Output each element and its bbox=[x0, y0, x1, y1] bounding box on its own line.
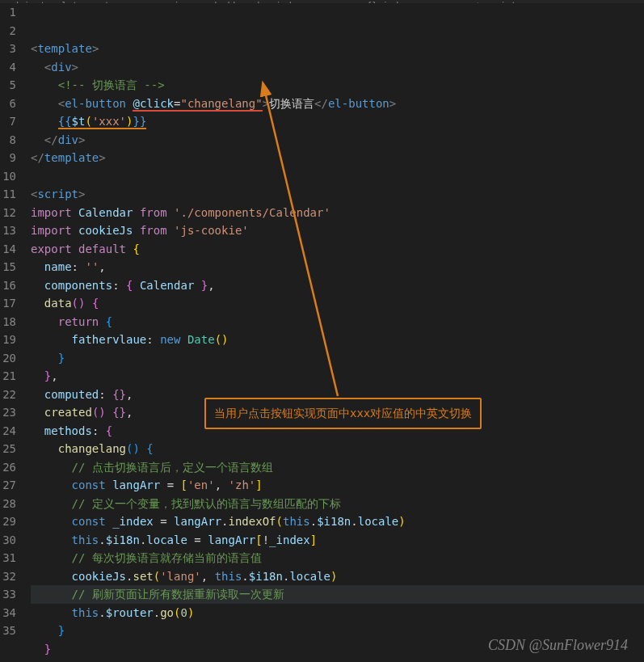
line-number: 1 bbox=[0, 3, 16, 22]
code-line[interactable]: this.$router.go(0) bbox=[31, 604, 644, 622]
code-line[interactable]: export default { bbox=[31, 240, 644, 259]
line-number: 18 bbox=[0, 313, 16, 331]
code-line[interactable]: cookieJs.set('lang', this.$i18n.locale) bbox=[31, 567, 644, 586]
code-line[interactable]: }, bbox=[31, 367, 644, 386]
code-line[interactable]: <!-- 切换语言 --> bbox=[31, 76, 644, 95]
code-line[interactable]: import cookieJs from 'js-cookie' bbox=[31, 221, 644, 240]
code-line[interactable]: // 刷新页面让所有数据重新读取一次更新 bbox=[31, 585, 644, 604]
line-number: 26 bbox=[0, 458, 16, 477]
code-line[interactable]: </template> bbox=[31, 149, 644, 167]
annotation-callout: 当用户点击按钮实现页面中xxx对应值的中英文切换 bbox=[204, 398, 482, 429]
line-number: 32 bbox=[0, 567, 16, 586]
code-line[interactable]: <script> bbox=[31, 185, 644, 204]
line-number: 10 bbox=[0, 167, 16, 186]
code-line[interactable]: const langArr = ['en', 'zh'] bbox=[31, 476, 644, 495]
watermark: CSDN @SunFlower914 bbox=[488, 637, 628, 654]
line-number: 2 bbox=[0, 22, 16, 40]
line-number: 31 bbox=[0, 549, 16, 567]
line-number: 29 bbox=[0, 512, 16, 531]
line-number: 17 bbox=[0, 294, 16, 313]
line-number: 3 bbox=[0, 40, 16, 58]
code-line[interactable]: // 每次切换语言就存储当前的语言值 bbox=[31, 549, 644, 567]
line-number: 13 bbox=[0, 221, 16, 240]
line-number: 35 bbox=[0, 622, 16, 640]
code-line[interactable]: <el-button @click="changelang">切换语言</el-… bbox=[31, 95, 644, 113]
line-number: 12 bbox=[0, 204, 16, 222]
code-editor[interactable]: 1234567891011121314151617181920212223242… bbox=[0, 3, 644, 662]
code-line[interactable]: <div> bbox=[31, 58, 644, 77]
code-area[interactable]: <template> <div> <!-- 切换语言 --> <el-butto… bbox=[23, 3, 644, 662]
line-number: 5 bbox=[0, 76, 16, 95]
code-line[interactable] bbox=[31, 167, 644, 186]
line-number: 34 bbox=[0, 604, 16, 622]
line-number: 30 bbox=[0, 531, 16, 550]
line-number: 7 bbox=[0, 112, 16, 131]
line-number: 9 bbox=[0, 149, 16, 167]
line-number: 11 bbox=[0, 185, 16, 204]
line-number: 23 bbox=[0, 403, 16, 422]
code-line[interactable]: } bbox=[31, 349, 644, 368]
line-number: 20 bbox=[0, 349, 16, 368]
code-line[interactable]: {{$t('xxx')}} bbox=[31, 112, 644, 131]
code-line[interactable]: <template> bbox=[31, 40, 644, 58]
code-line[interactable]: </div> bbox=[31, 131, 644, 150]
line-number: 25 bbox=[0, 440, 16, 458]
line-number: 6 bbox=[0, 95, 16, 113]
code-line[interactable]: return { bbox=[31, 313, 644, 331]
line-number: 33 bbox=[0, 585, 16, 604]
line-number: 27 bbox=[0, 476, 16, 495]
code-line[interactable]: // 定义一个变量，找到默认的语言与数组匹配的下标 bbox=[31, 495, 644, 513]
line-number-gutter: 1234567891011121314151617181920212223242… bbox=[0, 3, 23, 662]
code-line[interactable]: } bbox=[31, 658, 644, 662]
line-number: 22 bbox=[0, 386, 16, 404]
line-number: 8 bbox=[0, 131, 16, 150]
line-number: 16 bbox=[0, 276, 16, 295]
line-number: 28 bbox=[0, 495, 16, 513]
code-line[interactable]: import Calendar from './components/Calen… bbox=[31, 204, 644, 222]
code-line[interactable]: data() { bbox=[31, 294, 644, 313]
code-line[interactable]: // 点击切换语言后，定义一个语言数组 bbox=[31, 458, 644, 477]
code-line[interactable]: this.$i18n.locale = langArr[!_index] bbox=[31, 531, 644, 550]
line-number: 24 bbox=[0, 422, 16, 441]
code-line[interactable]: const _index = langArr.indexOf(this.$i18… bbox=[31, 512, 644, 531]
code-line[interactable]: name: '', bbox=[31, 258, 644, 276]
code-line[interactable]: components: { Calendar }, bbox=[31, 276, 644, 295]
line-number: 4 bbox=[0, 58, 16, 77]
line-number: 19 bbox=[0, 331, 16, 349]
code-line[interactable]: fathervlaue: new Date() bbox=[31, 331, 644, 349]
line-number: 14 bbox=[0, 240, 16, 259]
line-number: 15 bbox=[0, 258, 16, 276]
line-number: 21 bbox=[0, 367, 16, 386]
code-line[interactable]: changelang() { bbox=[31, 440, 644, 458]
